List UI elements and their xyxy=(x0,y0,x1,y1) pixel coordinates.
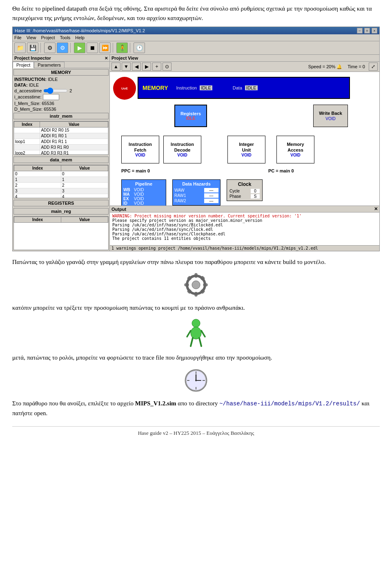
data-label: Data IDLE xyxy=(233,85,258,90)
save-button[interactable]: 💾 xyxy=(27,42,38,53)
i-mem-size: I_Mem_Size: 65536 xyxy=(13,101,109,106)
person-button[interactable]: 🧍 xyxy=(116,42,128,53)
clock-load-button[interactable]: 🕐 xyxy=(134,42,145,53)
clock-icon xyxy=(184,368,208,393)
greek-text-4-pre: Στο παράθυρο που θα ανοίξει, επιλέξτε το… xyxy=(12,400,135,407)
project-view: Project View ▲ ▼ ◀ ▶ + ⊙ Speed = 20% 🔔 T… xyxy=(110,55,379,251)
stage-if: InstructionFetch VOID xyxy=(121,136,159,163)
menu-tools[interactable]: Tools xyxy=(60,35,71,40)
output-line: Parsing /uk/ac/ed/inf/hase/sync/Clockpha… xyxy=(112,232,377,236)
tab-parameters[interactable]: Parameters xyxy=(34,62,65,68)
minimize-button[interactable]: − xyxy=(357,28,363,34)
writeback-box: Write Back VOID xyxy=(313,105,348,127)
output-close-btn[interactable]: ✕ xyxy=(374,206,378,212)
output-header: Output ✕ xyxy=(110,206,379,212)
page-container: Θα δείτε το pipelined datapath στα δεξιά… xyxy=(0,0,392,445)
clock-panel-title: Clock xyxy=(229,181,261,187)
pv-expand-btn[interactable]: ⤢ xyxy=(369,63,378,71)
footer-text: Hase guide v2 – HY225 2015 – Ευάγγελος Β… xyxy=(138,430,254,436)
stage-ex: IntegerUnit VOID xyxy=(227,136,265,163)
directory-code: ~/hase/hase-iii/models/mips/V1.2/results… xyxy=(219,400,360,407)
writeback-label: Write Back xyxy=(319,111,342,116)
stop-button[interactable]: ⏹ xyxy=(87,42,98,53)
clock-panel: Clock Cycle 0 Phase S xyxy=(227,179,263,201)
i-accesstime-input[interactable] xyxy=(43,94,59,100)
main-reg-table: Index Value xyxy=(14,217,108,223)
cycle-value: 0 xyxy=(251,189,260,193)
intro-paragraph: Θα δείτε το pipelined datapath στα δεξιά… xyxy=(12,5,372,21)
toolbar-separator-4 xyxy=(130,43,131,53)
svg-line-15 xyxy=(187,331,191,337)
pv-btn-1[interactable]: ▲ xyxy=(111,63,120,71)
pi-tabs: Project Parameters xyxy=(13,62,109,68)
menu-project[interactable]: Project xyxy=(41,35,55,40)
pipeline-panel: Pipeline WBVOID MAVOID EXVOID IDVOID IFV… xyxy=(121,179,166,206)
hazard-raw2: RAW2--- xyxy=(174,198,218,204)
stage-ex-label: IntegerUnit xyxy=(239,142,254,152)
greek-text-3: μετά, πατώντας το ρολόι, μπορείτε να φορ… xyxy=(12,354,272,361)
new-button[interactable]: 📁 xyxy=(14,42,26,53)
ppc-label: PPC = main 0 xyxy=(121,168,150,173)
svg-line-13 xyxy=(191,338,193,346)
build-button[interactable]: ⚙ xyxy=(57,42,68,53)
d-accesstime-row: d_accesstime 2 xyxy=(13,88,109,94)
stage-ex-status: VOID xyxy=(241,153,251,157)
greek-section-4: Στο παράθυρο που θα ανοίξει, επιλέξτε το… xyxy=(12,398,380,418)
i-accesstime-label: i_accesstime: xyxy=(14,94,42,99)
greek-text-1: Πατώντας το γαλάζιο γρανάζι στην γραμμή … xyxy=(12,259,326,265)
svg-point-25 xyxy=(195,380,197,381)
close-button[interactable]: × xyxy=(372,28,377,34)
tab-project[interactable]: Project xyxy=(13,62,34,68)
settings-button[interactable]: ⚙ xyxy=(44,42,56,53)
menu-help[interactable]: Help xyxy=(75,35,85,40)
data-value: IDLE xyxy=(29,83,39,87)
hazard-raw1: RAW1--- xyxy=(174,193,218,198)
table-row: loop2ADD R3 R3 R1 xyxy=(14,150,108,155)
d-accesstime-slider[interactable] xyxy=(43,89,68,93)
step-button[interactable]: ⏩ xyxy=(99,42,111,53)
pv-btn-5[interactable]: + xyxy=(152,63,161,71)
person-icon-container xyxy=(12,318,380,347)
mips-sim-bold: MIPS_V1.2.sim xyxy=(135,400,176,407)
pv-btn-6[interactable]: ⊙ xyxy=(163,63,172,71)
data-mem-tbody: 00112233445566 xyxy=(14,171,108,198)
stage-ma-status: VOID xyxy=(290,153,300,157)
registers-status: IDLE xyxy=(186,116,196,121)
d-accesstime-label: d_accesstime xyxy=(14,88,42,93)
pi-body: MEMORY INSTRUCTION: IDLE DATA: IDLE d_ac… xyxy=(13,68,109,251)
toolbar-separator-1 xyxy=(40,43,42,53)
table-row: 33 xyxy=(14,188,108,194)
output-body: WARNING: Project missing minor version n… xyxy=(110,212,379,245)
table-row: ADDI R2 R0 15 xyxy=(14,127,108,133)
output-line: Please specify project version as major_… xyxy=(112,218,377,223)
pi-header: Project Inspector ✕ xyxy=(13,55,109,62)
stage-ma-label: MemoryAccess xyxy=(287,142,304,152)
table-row: 22 xyxy=(14,182,108,188)
stage-if-label: InstructionFetch xyxy=(129,142,152,152)
registers-label: Registers xyxy=(180,111,201,116)
hazard-waw: WAW--- xyxy=(174,188,218,193)
memory-section: MEMORY INSTRUCTION: IDLE DATA: IDLE d_ac… xyxy=(13,68,109,112)
instr-mem-col-index: Index xyxy=(14,122,40,127)
table-row: 00 xyxy=(14,171,108,177)
instruction-label: Instruction IDLE xyxy=(176,85,212,90)
main-toolbar: 📁 💾 ⚙ ⚙ ▶ ⏹ ⏩ 🧍 🕐 xyxy=(13,41,379,55)
hazards-panel: Data Hazards WAW--- RAW1--- RAW2--- xyxy=(172,179,220,206)
registers-title: REGISTERS xyxy=(13,200,109,206)
run-button[interactable]: ▶ xyxy=(74,42,85,53)
stage-id: InstructionDecode VOID xyxy=(163,136,201,163)
maximize-button[interactable]: + xyxy=(364,28,370,34)
pv-btn-3[interactable]: ◀ xyxy=(132,63,141,71)
pv-btn-2[interactable]: ▼ xyxy=(122,63,131,71)
data-status: IDLE xyxy=(245,85,257,90)
data-field: DATA: IDLE xyxy=(13,82,109,88)
svg-line-14 xyxy=(199,338,201,346)
gear-icon-container xyxy=(12,273,380,297)
pi-close-btn[interactable]: ✕ xyxy=(105,56,108,60)
greek-text-2: κατόπιν μπορείτε να τρέξετε την προσομοί… xyxy=(12,304,245,311)
stage-id-status: VOID xyxy=(177,153,187,157)
greek-text-4-mid: απο το directory xyxy=(176,400,220,407)
menu-view[interactable]: View xyxy=(27,35,36,40)
menu-file[interactable]: File xyxy=(14,35,22,40)
pv-btn-4[interactable]: ▶ xyxy=(142,63,151,71)
